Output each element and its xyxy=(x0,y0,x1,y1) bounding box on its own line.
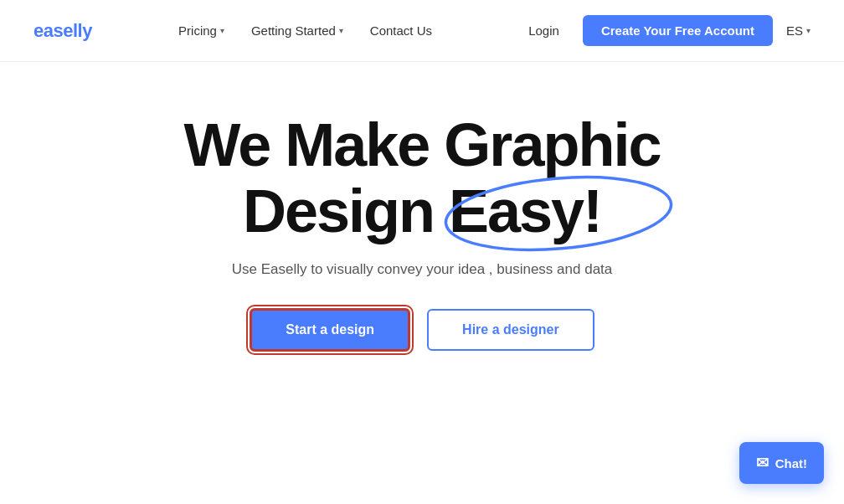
logo[interactable]: easelly xyxy=(33,20,92,42)
hire-designer-button[interactable]: Hire a designer xyxy=(427,309,594,351)
nav-item-pricing[interactable]: Pricing ▾ xyxy=(168,18,234,43)
start-design-button[interactable]: Start a design xyxy=(250,308,410,352)
header: easelly Pricing ▾ Getting Started ▾ Cont… xyxy=(0,0,844,62)
hero-subtitle: Use Easelly to visually convey your idea… xyxy=(232,261,613,278)
nav-getting-started-label: Getting Started xyxy=(251,23,336,38)
logo-text-blue: y xyxy=(82,20,92,41)
nav-item-getting-started[interactable]: Getting Started ▾ xyxy=(241,18,353,43)
chevron-down-icon: ▾ xyxy=(220,26,224,35)
hero-section: We Make Graphic Design Easy! Use Easelly… xyxy=(0,62,844,385)
hero-title: We Make Graphic Design Easy! xyxy=(184,112,661,244)
chevron-down-icon: ▾ xyxy=(339,26,343,35)
lang-label: ES xyxy=(786,23,803,38)
chat-button[interactable]: ✉ Chat! xyxy=(739,442,824,484)
chat-label: Chat! xyxy=(775,456,807,471)
login-button[interactable]: Login xyxy=(518,18,569,43)
language-selector[interactable]: ES ▾ xyxy=(786,23,811,38)
chat-icon: ✉ xyxy=(756,454,769,472)
hero-title-line2-prefix: Design xyxy=(243,177,449,244)
hero-buttons: Start a design Hire a designer xyxy=(250,308,594,352)
hero-title-highlight: Easy! xyxy=(449,178,601,244)
hero-title-line1: We Make Graphic xyxy=(184,111,661,178)
create-account-button[interactable]: Create Your Free Account xyxy=(583,15,773,46)
chevron-down-icon: ▾ xyxy=(806,26,811,35)
main-nav: Pricing ▾ Getting Started ▾ Contact Us xyxy=(168,18,442,43)
nav-item-contact-us[interactable]: Contact Us xyxy=(360,18,442,43)
header-right: Login Create Your Free Account ES ▾ xyxy=(518,15,811,46)
nav-pricing-label: Pricing xyxy=(178,23,217,38)
hero-easy-text: Easy! xyxy=(449,177,601,244)
nav-contact-label: Contact Us xyxy=(370,23,432,38)
logo-text-black: easell xyxy=(33,20,82,41)
